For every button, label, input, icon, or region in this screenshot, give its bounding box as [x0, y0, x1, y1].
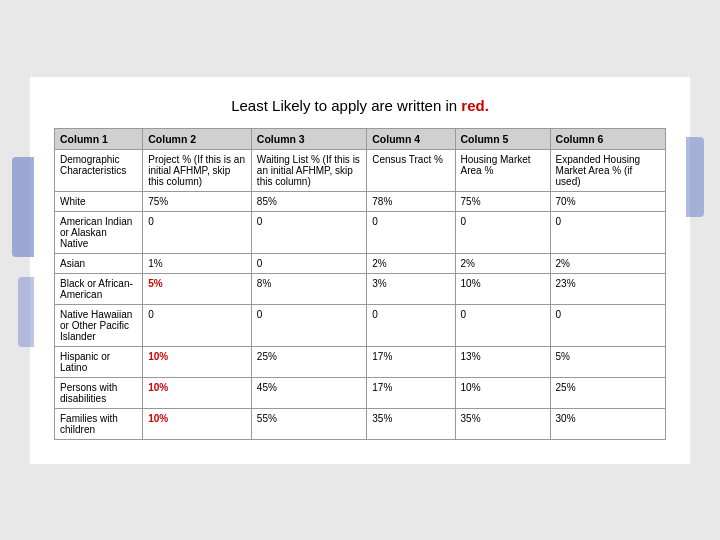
cell-5-0: 10%: [143, 346, 252, 377]
cell-4-2: 0: [367, 304, 455, 346]
decorative-tab-right: [686, 137, 704, 217]
cell-3-1: 8%: [251, 273, 366, 304]
cell-1-2: 0: [367, 211, 455, 253]
decorative-tab-left: [12, 157, 34, 257]
subheader-1: Demographic Characteristics: [55, 149, 143, 191]
table-row: Families with children10%55%35%35%30%: [55, 408, 666, 439]
title-prefix: Least Likely to apply are written in: [231, 97, 457, 114]
row-label-6: Persons with disabilities: [55, 377, 143, 408]
cell-1-1: 0: [251, 211, 366, 253]
subheader-5: Housing Market Area %: [455, 149, 550, 191]
cell-2-2: 2%: [367, 253, 455, 273]
header-row: Column 1 Column 2 Column 3 Column 4 Colu…: [55, 128, 666, 149]
cell-4-4: 0: [550, 304, 665, 346]
cell-4-3: 0: [455, 304, 550, 346]
table-row: Native Hawaiian or Other Pacific Islande…: [55, 304, 666, 346]
cell-6-3: 10%: [455, 377, 550, 408]
cell-2-4: 2%: [550, 253, 665, 273]
col-header-4: Column 4: [367, 128, 455, 149]
subheader-3: Waiting List % (If this is an initial AF…: [251, 149, 366, 191]
subheader-row: Demographic Characteristics Project % (I…: [55, 149, 666, 191]
cell-7-1: 55%: [251, 408, 366, 439]
cell-4-1: 0: [251, 304, 366, 346]
col-header-1: Column 1: [55, 128, 143, 149]
subheader-6: Expanded Housing Market Area % (if used): [550, 149, 665, 191]
cell-5-2: 17%: [367, 346, 455, 377]
cell-3-0: 5%: [143, 273, 252, 304]
cell-6-4: 25%: [550, 377, 665, 408]
cell-6-0: 10%: [143, 377, 252, 408]
subheader-2: Project % (If this is an initial AFHMP, …: [143, 149, 252, 191]
cell-3-3: 10%: [455, 273, 550, 304]
cell-2-3: 2%: [455, 253, 550, 273]
col-header-2: Column 2: [143, 128, 252, 149]
cell-4-0: 0: [143, 304, 252, 346]
cell-7-4: 30%: [550, 408, 665, 439]
cell-2-0: 1%: [143, 253, 252, 273]
table-row: Persons with disabilities10%45%17%10%25%: [55, 377, 666, 408]
title-highlight: red.: [461, 97, 489, 114]
cell-7-3: 35%: [455, 408, 550, 439]
cell-5-3: 13%: [455, 346, 550, 377]
row-label-3: Black or African-American: [55, 273, 143, 304]
cell-5-4: 5%: [550, 346, 665, 377]
table-row: Black or African-American5%8%3%10%23%: [55, 273, 666, 304]
decorative-tab-left2: [18, 277, 34, 347]
cell-2-1: 0: [251, 253, 366, 273]
col-header-5: Column 5: [455, 128, 550, 149]
cell-0-4: 70%: [550, 191, 665, 211]
row-label-4: Native Hawaiian or Other Pacific Islande…: [55, 304, 143, 346]
cell-5-1: 25%: [251, 346, 366, 377]
cell-6-2: 17%: [367, 377, 455, 408]
cell-3-2: 3%: [367, 273, 455, 304]
table-row: White75%85%78%75%70%: [55, 191, 666, 211]
cell-0-1: 85%: [251, 191, 366, 211]
page-title: Least Likely to apply are written in red…: [54, 97, 666, 114]
cell-1-0: 0: [143, 211, 252, 253]
row-label-1: American Indian or Alaskan Native: [55, 211, 143, 253]
cell-1-3: 0: [455, 211, 550, 253]
cell-7-0: 10%: [143, 408, 252, 439]
cell-0-3: 75%: [455, 191, 550, 211]
row-label-0: White: [55, 191, 143, 211]
main-container: Least Likely to apply are written in red…: [30, 77, 690, 464]
cell-3-4: 23%: [550, 273, 665, 304]
row-label-5: Hispanic or Latino: [55, 346, 143, 377]
cell-1-4: 0: [550, 211, 665, 253]
cell-7-2: 35%: [367, 408, 455, 439]
row-label-7: Families with children: [55, 408, 143, 439]
row-label-2: Asian: [55, 253, 143, 273]
table-row: Hispanic or Latino10%25%17%13%5%: [55, 346, 666, 377]
col-header-6: Column 6: [550, 128, 665, 149]
cell-6-1: 45%: [251, 377, 366, 408]
table-row: American Indian or Alaskan Native00000: [55, 211, 666, 253]
table-row: Asian1%02%2%2%: [55, 253, 666, 273]
data-table: Column 1 Column 2 Column 3 Column 4 Colu…: [54, 128, 666, 440]
col-header-3: Column 3: [251, 128, 366, 149]
cell-0-0: 75%: [143, 191, 252, 211]
cell-0-2: 78%: [367, 191, 455, 211]
subheader-4: Census Tract %: [367, 149, 455, 191]
